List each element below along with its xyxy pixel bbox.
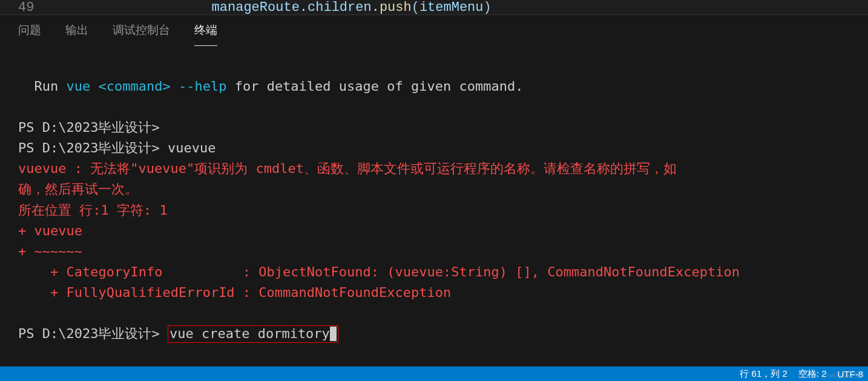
current-command: vue create dormitory	[169, 326, 330, 341]
cursor	[330, 327, 337, 341]
error-line-3: 所在位置 行:1 字符: 1	[18, 203, 168, 218]
code-line: manageRoute.children.push(itemMenu)	[212, 0, 492, 15]
terminal-output[interactable]: Run vue <command> --help for detailed us…	[0, 46, 868, 344]
help-cmd-vue: vue	[66, 79, 98, 94]
error-line-1: vuevue : 无法将"vuevue"项识别为 cmdlet、函数、脚本文件或…	[18, 161, 677, 176]
help-cmd-flag: --help	[179, 79, 226, 94]
error-line-4: + vuevue	[18, 223, 82, 238]
line-number: 49	[18, 0, 34, 15]
error-line-2: 确，然后再试一次。	[18, 181, 138, 197]
prompt-line-1: PS D:\2023毕业设计>	[18, 120, 160, 135]
editor-peek: 49 manageRoute.children.push(itemMenu)	[0, 0, 868, 15]
help-text-run: Run	[18, 79, 66, 94]
code-method: push	[380, 0, 412, 15]
tab-problems[interactable]: 问题	[18, 22, 41, 46]
help-text-suffix: for detailed usage of given command.	[226, 79, 523, 94]
bottom-panel: 问题 输出 调试控制台 终端 Run vue <command> --help …	[0, 15, 868, 366]
watermark: CSDN @woyan 297	[798, 371, 863, 380]
error-line-7: + FullyQualifiedErrorId : CommandNotFoun…	[18, 285, 451, 300]
tab-output[interactable]: 输出	[65, 22, 88, 46]
error-line-6: + CategoryInfo : ObjectNotFound: (vuevue…	[18, 264, 740, 279]
code-obj: manageRoute	[212, 0, 300, 15]
help-cmd-placeholder: <command>	[98, 79, 178, 94]
prompt-line-3: PS D:\2023毕业设计>	[18, 326, 168, 341]
panel-tabs: 问题 输出 调试控制台 终端	[0, 15, 868, 46]
error-line-5: + ~~~~~~	[18, 244, 82, 259]
prompt-2-cmd: vuevue	[168, 140, 215, 155]
tab-debug-console[interactable]: 调试控制台	[113, 22, 170, 46]
prompt-line-2: PS D:\2023毕业设计>	[18, 140, 168, 155]
status-line-col[interactable]: 行 61，列 2	[740, 368, 787, 380]
code-param: itemMenu	[419, 0, 484, 15]
status-bar: 行 61，列 2 空格: 2 UTF-8	[0, 366, 868, 381]
command-highlighted: vue create dormitory	[168, 325, 338, 343]
code-prop: children	[307, 0, 372, 15]
tab-terminal[interactable]: 终端	[194, 22, 217, 46]
